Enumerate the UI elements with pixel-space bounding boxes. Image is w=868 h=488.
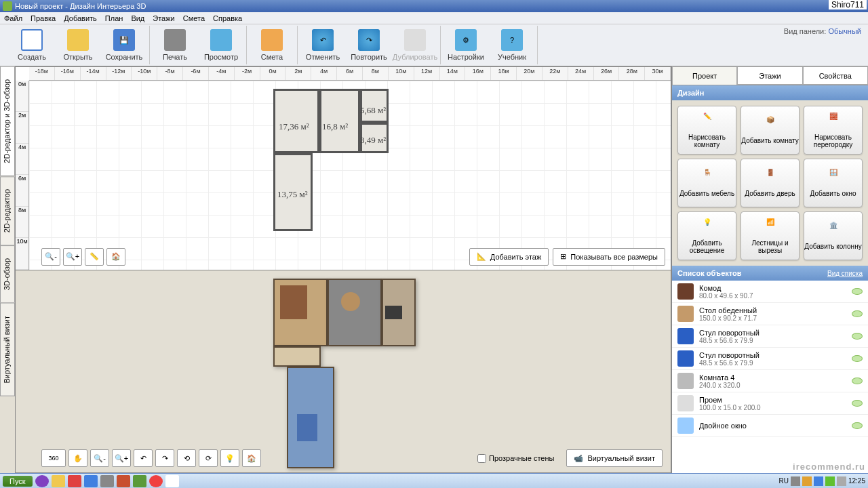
design-добавить-комнату[interactable]: 📦Добавить комнату: [741, 106, 800, 155]
visibility-icon[interactable]: [852, 378, 863, 384]
rotate-360-button[interactable]: 360: [41, 449, 66, 467]
visibility-icon[interactable]: [852, 400, 863, 407]
design-добавить-окно[interactable]: 🪟Добавить окно: [804, 159, 863, 207]
create-button[interactable]: Создать: [14, 29, 50, 61]
object-item[interactable]: Комната 4240.0 x 320.0: [672, 370, 868, 392]
taskbar-app-icon[interactable]: [117, 475, 130, 487]
clock[interactable]: 12:25: [848, 477, 865, 485]
tray-icon[interactable]: [814, 476, 823, 486]
taskbar-app-icon[interactable]: [100, 475, 114, 487]
tutorial-button[interactable]: ?Учебник: [494, 29, 530, 61]
design-добавить-освещение[interactable]: 💡Добавить освещение: [677, 211, 736, 260]
settings-button[interactable]: ⚙Настройки: [448, 29, 484, 61]
menu-plan[interactable]: План: [105, 14, 123, 22]
visibility-icon[interactable]: [852, 422, 863, 429]
design-лестницы-и-вырезы[interactable]: 📶Лестницы и вырезы: [741, 211, 800, 260]
zoom-out-button[interactable]: 🔍-: [41, 248, 60, 266]
menu-add[interactable]: Добавить: [64, 14, 97, 22]
visibility-icon[interactable]: [852, 355, 863, 362]
measure-button[interactable]: 📏: [85, 248, 104, 266]
light-button[interactable]: 💡: [220, 449, 239, 467]
visibility-icon[interactable]: [852, 288, 863, 295]
visibility-icon[interactable]: [852, 333, 863, 340]
object-item[interactable]: Стол обеденный150.0 x 90.2 x 71.7: [672, 303, 868, 325]
taskbar-app-icon[interactable]: [35, 475, 49, 487]
menu-edit[interactable]: Правка: [31, 14, 56, 22]
estimate-button[interactable]: Смета: [254, 29, 290, 61]
pan-button[interactable]: ✋: [68, 449, 87, 467]
menu-help[interactable]: Справка: [213, 14, 242, 22]
home-icon: 🏠: [247, 454, 256, 463]
open-button[interactable]: Открыть: [60, 29, 96, 61]
menu-floors[interactable]: Этажи: [153, 14, 174, 22]
tray-icon[interactable]: [791, 476, 800, 486]
folder-icon: [67, 29, 89, 51]
floorplan-2d[interactable]: 17,36 м² 16,8 м² 5,68 м² 3,49 м² 13,75 м…: [273, 89, 389, 231]
print-button[interactable]: Печать: [157, 29, 193, 61]
visibility-icon[interactable]: [852, 310, 863, 317]
tab-floors[interactable]: Этажи: [737, 66, 802, 85]
home-button[interactable]: 🏠: [106, 248, 125, 266]
taskbar-app-icon[interactable]: [149, 475, 163, 487]
object-item[interactable]: Двойное окно: [672, 415, 868, 437]
object-item[interactable]: Стул поворотный48.5 x 56.6 x 79.9: [672, 348, 868, 370]
zoom-in-button[interactable]: 🔍+: [63, 248, 82, 266]
object-item[interactable]: Стул поворотный48.5 x 56.6 x 79.9: [672, 325, 868, 348]
taskbar-app-icon[interactable]: [133, 475, 146, 487]
show-dims-button[interactable]: ⊞Показывать все размеры: [553, 248, 665, 266]
taskbar-app-icon[interactable]: [165, 475, 179, 487]
ruler-icon: 📏: [90, 252, 99, 261]
design-нарисовать-комнату[interactable]: ✏️Нарисовать комнату: [677, 106, 736, 155]
rotate-right-button[interactable]: ↷: [155, 449, 174, 467]
room-area: 16,8 м²: [322, 121, 348, 132]
add-floor-button[interactable]: 📐Добавить этаж: [469, 248, 549, 266]
taskbar-app-icon[interactable]: [52, 475, 65, 487]
menu-estimate[interactable]: Смета: [183, 14, 205, 22]
virtual-visit-button[interactable]: 📹Виртуальный визит: [566, 449, 663, 467]
orbit-right-button[interactable]: ⟳: [199, 449, 218, 467]
tab-project[interactable]: Проект: [672, 66, 737, 85]
help-icon: ?: [501, 29, 523, 51]
orbit-left-button[interactable]: ⟲: [177, 449, 196, 467]
tray-icon[interactable]: [802, 476, 812, 486]
design-нарисовать-перегородку[interactable]: 🧱Нарисовать перегородку: [804, 106, 863, 155]
object-item[interactable]: Комод80.0 x 49.6 x 90.7: [672, 281, 868, 303]
rotate-left-button[interactable]: ↶: [134, 449, 153, 467]
vtab-2d[interactable]: 2D-редактор: [0, 176, 15, 245]
preview-button[interactable]: Просмотр: [203, 29, 239, 61]
tray-icon[interactable]: [825, 476, 835, 486]
home-3d-button[interactable]: 🏠: [242, 449, 261, 467]
vtab-2d3d[interactable]: 2D-редактор и 3D-обзор: [0, 66, 15, 176]
object-icon: [677, 395, 694, 411]
tab-properties[interactable]: Свойства: [803, 66, 868, 85]
redo-button[interactable]: ↷Повторить: [351, 29, 387, 61]
start-button[interactable]: Пуск: [3, 476, 33, 487]
menu-view[interactable]: Вид: [131, 14, 144, 22]
save-button[interactable]: 💾Сохранить: [106, 29, 142, 61]
design-добавить-мебель[interactable]: 🪑Добавить мебель: [677, 159, 736, 207]
design-добавить-дверь[interactable]: 🚪Добавить дверь: [741, 159, 800, 207]
zoom-out-3d-button[interactable]: 🔍-: [90, 449, 109, 467]
design-icon: 🚪: [761, 169, 780, 188]
rotate-icon: 360: [48, 455, 58, 462]
zoom-in-3d-button[interactable]: 🔍+: [112, 449, 131, 467]
taskbar-app-icon[interactable]: [84, 475, 98, 487]
transparent-walls-checkbox[interactable]: Прозрачные стены: [477, 454, 554, 463]
panel-mode-link[interactable]: Обычный: [828, 27, 861, 35]
vtab-virtual[interactable]: Виртуальный визит: [0, 303, 15, 396]
lang-indicator[interactable]: RU: [779, 477, 789, 485]
design-добавить-колонну[interactable]: 🏛️Добавить колонну: [804, 211, 863, 260]
object-list[interactable]: Комод80.0 x 49.6 x 90.7Стол обеденный150…: [672, 281, 868, 473]
undo-button[interactable]: ↶Отменить: [304, 29, 341, 61]
windows-taskbar: Пуск RU 12:25: [0, 473, 868, 488]
canvas-3d[interactable]: 360 ✋ 🔍- 🔍+ ↶ ↷ ⟲ ⟳ 💡 🏠 Прозрачные стены…: [15, 270, 671, 474]
menu-file[interactable]: Файл: [4, 14, 22, 22]
object-item[interactable]: Проем100.0 x 15.0 x 200.0: [672, 392, 868, 415]
list-view-link[interactable]: Вид списка: [827, 270, 863, 277]
canvas-2d[interactable]: -18м-16м-14м-12м-10м-8м-6м-4м-2м0м2м4м6м…: [15, 66, 671, 270]
vtab-3d[interactable]: 3D-обзор: [0, 245, 15, 303]
tray-volume-icon[interactable]: [837, 476, 846, 486]
undo-icon: ↶: [312, 29, 334, 51]
taskbar-app-icon[interactable]: [68, 475, 81, 487]
render-3d[interactable]: [273, 279, 416, 475]
